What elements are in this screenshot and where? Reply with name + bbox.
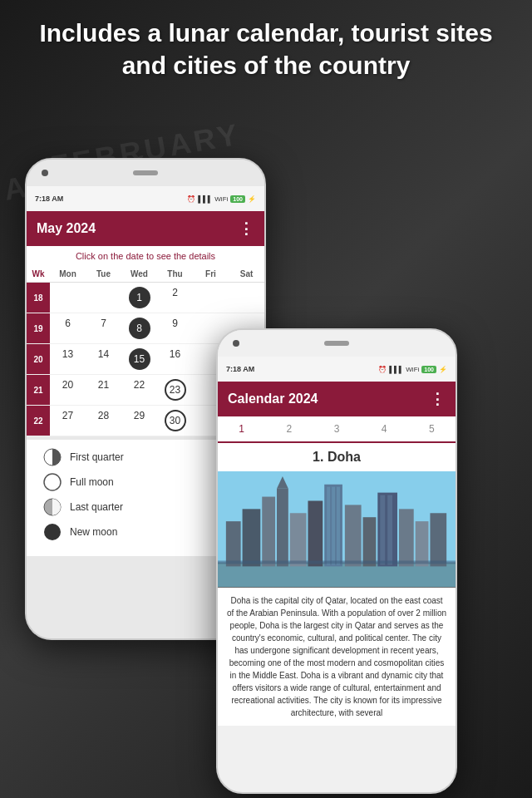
calendar-header-row: Wk Mon Tue Wed Thu Fri Sat [27,266,264,283]
cal-day-15[interactable]: 15 [121,344,157,374]
svg-rect-14 [327,487,330,565]
col-header-wk: Wk [27,266,50,282]
phone-back-app-header: May 2024 ⋮ [27,211,264,246]
svg-rect-22 [399,509,414,566]
cal-day-27[interactable]: 27 [50,406,86,436]
phone-back-speaker [133,170,158,175]
front-charging-icon: ⚡ [439,366,447,373]
svg-point-3 [44,524,61,540]
col-header-mon: Mon [50,266,86,282]
col-header-tue: Tue [86,266,121,282]
svg-rect-23 [416,521,429,566]
phone-front: 7:18 AM ⏰ ▌▌▌ WiFi 100 ⚡ Calendar 2024 ⋮… [216,328,457,794]
cal-day-28[interactable]: 28 [86,406,121,436]
week-num-18: 18 [27,283,50,313]
signal-bars-icon: ▌▌▌ [198,195,212,203]
phone-front-app-title: Calendar 2024 [228,392,318,406]
tab-4[interactable]: 4 [361,416,408,441]
phone-front-status-bar: 7:18 AM ⏰ ▌▌▌ WiFi 100 ⚡ [218,357,456,382]
cal-day-21[interactable]: 21 [86,375,121,405]
city-image-doha [218,471,456,588]
last-quarter-label: Last quarter [70,501,123,513]
week-num-22: 22 [27,406,50,436]
city-section: 1. Doha [218,443,456,726]
phone-front-menu-button[interactable]: ⋮ [430,390,446,408]
cal-day-empty3 [193,283,229,313]
cal-day-1[interactable]: 1 [121,283,157,313]
phone-back-status-bar: 7:18 AM ⏰ ▌▌▌ WiFi 100 ⚡ [27,186,264,211]
svg-rect-16 [337,487,340,565]
phone-front-camera [233,340,239,347]
svg-rect-20 [380,495,385,565]
cal-day-8[interactable]: 8 [121,313,157,343]
new-moon-icon [43,523,62,541]
calendar-week-18: 18 1 2 [27,283,264,313]
week-num-19: 19 [27,313,50,343]
week-num-21: 21 [27,375,50,405]
phone-front-speaker [324,341,349,346]
tab-3[interactable]: 3 [313,416,360,441]
header-line1: Includes a lunar calendar, tourist sites [17,17,515,49]
header-line2: and cities of the country [17,49,515,81]
cal-day-16[interactable]: 16 [157,344,193,374]
front-wifi-icon: WiFi [406,366,419,373]
full-moon-label: Full moon [70,476,114,488]
cal-day-empty1 [50,283,86,313]
phone-back-camera [42,170,48,176]
svg-rect-9 [277,489,288,567]
click-hint: Click on the date to see the details [27,246,264,266]
col-header-fri: Fri [193,266,229,282]
phone-front-status-icons: ⏰ ▌▌▌ WiFi 100 ⚡ [378,366,447,373]
cal-day-7[interactable]: 7 [86,313,121,343]
tab-1[interactable]: 1 [218,416,265,443]
svg-point-1 [44,474,61,490]
svg-rect-21 [387,495,392,565]
full-moon-icon [43,473,62,491]
svg-rect-24 [430,513,446,566]
svg-rect-12 [308,500,323,566]
front-battery-indicator: 100 [421,366,436,373]
phone-back-time: 7:18 AM [35,195,63,203]
tab-5[interactable]: 5 [408,416,456,441]
doha-skyline-svg [218,471,456,588]
charging-icon: ⚡ [248,195,256,203]
col-header-wed: Wed [121,266,157,282]
header-text: Includes a lunar calendar, tourist sites… [0,17,532,81]
front-alarm-icon: ⏰ [378,366,387,373]
phone-back-app-title: May 2024 [37,221,96,236]
svg-rect-18 [363,517,377,566]
tab-bar: 1 2 3 4 5 [218,416,456,443]
svg-rect-6 [226,521,241,566]
phone-back-menu-button[interactable]: ⋮ [239,219,254,238]
new-moon-label: New moon [70,526,117,538]
cal-day-14[interactable]: 14 [86,344,121,374]
cal-day-empty2 [86,283,121,313]
city-title: 1. Doha [218,443,456,471]
phone-front-app-header: Calendar 2024 ⋮ [218,382,456,416]
cal-day-13[interactable]: 13 [50,344,86,374]
front-signal-icon: ▌▌▌ [389,366,403,373]
svg-rect-25 [218,560,456,564]
cal-day-30[interactable]: 30 [157,406,193,436]
cal-day-9[interactable]: 9 [157,313,193,343]
first-quarter-icon [43,448,62,466]
cal-day-29[interactable]: 29 [121,406,157,436]
svg-rect-7 [243,509,261,566]
cal-day-6[interactable]: 6 [50,313,86,343]
city-description: Doha is the capital city of Qatar, locat… [218,588,456,726]
phone-front-time: 7:18 AM [226,365,254,373]
tab-2[interactable]: 2 [265,416,313,441]
cal-day-empty4 [229,283,264,313]
svg-rect-15 [332,487,335,565]
cal-day-20[interactable]: 20 [50,375,86,405]
alarm-icon: ⏰ [187,195,195,203]
week-num-20: 20 [27,344,50,374]
battery-indicator: 100 [230,195,245,203]
svg-rect-11 [290,513,307,566]
first-quarter-label: First quarter [70,451,124,463]
cal-day-2[interactable]: 2 [157,283,193,313]
svg-rect-8 [262,497,275,567]
svg-rect-17 [345,505,362,566]
cal-day-23[interactable]: 23 [157,375,193,405]
cal-day-22[interactable]: 22 [121,375,157,405]
